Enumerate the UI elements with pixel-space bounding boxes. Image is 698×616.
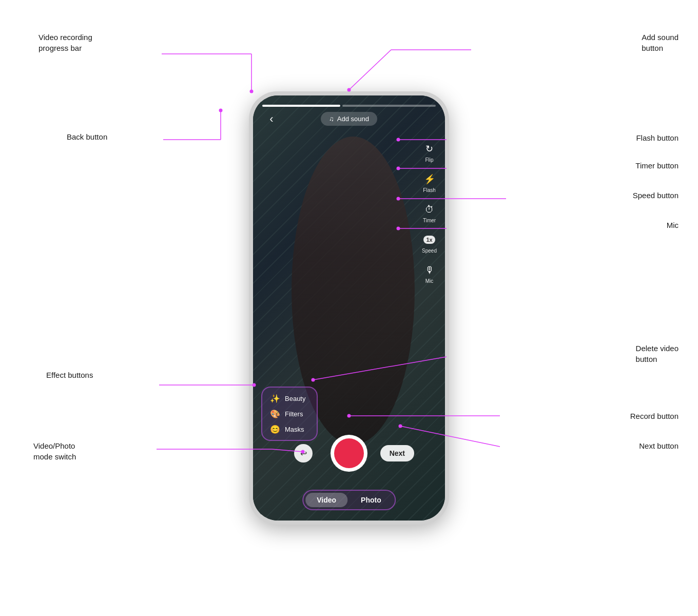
timer-icon: ⏱ [422,202,437,217]
record-button[interactable] [331,435,367,472]
progress-bar-area [262,105,436,107]
record-button-inner [334,438,364,468]
photo-mode-button[interactable]: Photo [350,493,393,507]
annotation-back: Back button [67,131,107,142]
filters-button[interactable]: 🎨 Filters [269,408,309,419]
annotation-speed: Speed button [633,190,678,201]
phone-outer-shell: ‹ ♫ Add sound ↻ Flip ⚡ Flash ⏱ Time [249,91,449,525]
flash-icon: ⚡ [422,172,437,186]
masks-label: Masks [285,426,304,433]
annotation-add-sound: Add soundbutton [642,32,678,53]
mic-control[interactable]: 🎙 Mic [422,263,437,284]
flip-label: Flip [425,157,433,163]
masks-icon: 😊 [269,424,281,435]
annotation-delete: Delete videobutton [636,343,678,364]
filters-icon: 🎨 [269,408,281,419]
beauty-label: Beauty [285,395,305,402]
right-controls: ↻ Flip ⚡ Flash ⏱ Timer 1x Speed [422,142,437,284]
flash-control[interactable]: ⚡ Flash [422,172,437,193]
svg-line-4 [349,50,391,90]
phone-screen: ‹ ♫ Add sound ↻ Flip ⚡ Flash ⏱ Time [253,95,445,521]
flip-control[interactable]: ↻ Flip [422,142,437,163]
speed-control[interactable]: 1x Speed [422,233,437,254]
annotation-mode-switch: Video/Photomode switch [33,440,76,462]
back-button[interactable]: ‹ [263,111,280,127]
progress-empty [342,105,436,107]
video-mode-button[interactable]: Video [305,493,347,507]
timer-control[interactable]: ⏱ Timer [422,202,437,223]
annotation-timer: Timer button [635,160,678,171]
filters-label: Filters [285,410,303,418]
masks-button[interactable]: 😊 Masks [269,424,309,435]
top-bar: ‹ ♫ Add sound [253,112,445,126]
flash-label: Flash [423,187,435,193]
video-photo-switch: Video Photo [302,490,396,510]
delete-icon: ↩ [300,449,307,458]
annotation-flash: Flash button [636,132,678,143]
add-sound-button[interactable]: ♫ Add sound [321,112,377,126]
beauty-button[interactable]: ✨ Beauty [269,393,309,404]
annotation-mic: Mic [667,220,678,230]
svg-point-8 [219,109,223,112]
phone-device: ‹ ♫ Add sound ↻ Flip ⚡ Flash ⏱ Time [249,91,449,525]
next-button[interactable]: Next [380,445,414,461]
timer-label: Timer [423,218,436,223]
progress-filled [262,105,340,107]
flip-icon: ↻ [422,142,437,156]
annotation-record: Record button [630,411,678,421]
effects-panel: ✨ Beauty 🎨 Filters 😊 Masks [261,387,318,441]
annotation-effects: Effect buttons [46,370,93,380]
music-icon: ♫ [329,115,334,123]
beauty-icon: ✨ [269,393,281,404]
record-row: ↩ Next [253,435,445,472]
add-sound-label: Add sound [337,115,369,123]
delete-video-button[interactable]: ↩ [294,444,313,463]
annotation-progress-bar: Video recordingprogress bar [38,32,92,53]
mic-icon: 🎙 [422,263,437,277]
mic-label: Mic [425,278,434,284]
speed-badge: 1x [422,233,437,247]
speed-label: Speed [422,248,437,254]
annotation-next: Next button [639,440,678,451]
